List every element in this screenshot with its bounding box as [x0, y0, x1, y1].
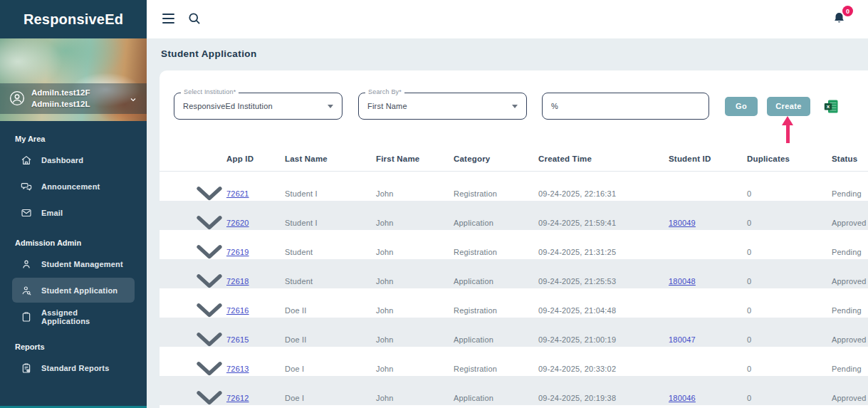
cell-last-name: Doe II — [285, 335, 376, 344]
sidebar-item-standard-reports[interactable]: Standard Reports — [12, 355, 135, 380]
content-area: Select Institution* ResponsiveEd Institu… — [147, 69, 868, 408]
cell-student-id: 180046 — [669, 394, 747, 402]
section-label-reports: Reports — [15, 342, 147, 351]
user-profile-dropdown[interactable]: Admiln.test12F Admiin.test12L — [0, 83, 147, 114]
user-name: Admiln.test12F Admiin.test12L — [31, 87, 122, 110]
cell-last-name: Student — [285, 248, 376, 256]
cell-first-name: John — [376, 394, 454, 402]
cell-last-name: Student I — [285, 219, 376, 227]
filter-form: Select Institution* ResponsiveEd Institu… — [174, 93, 868, 120]
go-button[interactable]: Go — [725, 97, 758, 116]
cell-first-name: John — [376, 248, 454, 256]
column-header: Last Name — [285, 155, 376, 163]
column-header: Duplicates — [747, 155, 832, 163]
chevron-down-icon — [328, 105, 333, 108]
sidebar-item-email[interactable]: Email — [12, 200, 135, 225]
status-badge: Pending — [832, 365, 868, 373]
search-icon[interactable] — [187, 11, 202, 26]
person-search-icon — [21, 285, 32, 296]
cell-created-time: 09-24-2025, 21:59:41 — [538, 219, 669, 227]
status-badge: Pending — [832, 306, 868, 315]
announcement-icon — [21, 181, 32, 192]
notifications-bell-icon[interactable]: 0 — [832, 11, 848, 28]
cell-category: Application — [454, 335, 538, 344]
student-id-link[interactable]: 180047 — [669, 335, 696, 344]
table-row: 72616Doe IIJohnRegistration09-24-2025, 2… — [160, 288, 868, 318]
cell-created-time: 09-24-2025, 21:04:48 — [538, 306, 669, 315]
status-badge: Pending — [832, 248, 868, 256]
search-query-field — [542, 93, 709, 120]
section-label-my-area: My Area — [15, 135, 147, 143]
create-button[interactable]: Create — [767, 97, 810, 116]
sidebar: ResponsiveEd Admiln.test12F Admiin.test1… — [0, 0, 147, 408]
cell-duplicates: 0 — [747, 365, 832, 373]
table-row: 72618StudentJohnApplication09-24-2025, 2… — [160, 259, 868, 288]
column-header: Student ID — [669, 155, 747, 163]
sidebar-item-dashboard[interactable]: Dashboard — [12, 147, 135, 172]
cell-duplicates: 0 — [747, 189, 832, 198]
app-id-link[interactable]: 72620 — [226, 219, 249, 227]
cell-first-name: John — [376, 306, 454, 315]
app-id-link[interactable]: 72612 — [226, 394, 249, 402]
table-row: 72621Student IJohnRegistration09-24-2025… — [160, 172, 868, 201]
table-row: 72620Student IJohnApplication09-24-2025,… — [160, 201, 868, 230]
cell-first-name: John — [376, 219, 454, 227]
student-id-link[interactable]: 180048 — [669, 277, 696, 286]
app-id-link[interactable]: 72621 — [226, 189, 249, 198]
column-header: First Name — [376, 155, 454, 163]
excel-export-icon[interactable]: x — [824, 99, 839, 114]
app-id-link[interactable]: 72618 — [226, 277, 249, 286]
column-header: Created Time — [538, 155, 669, 163]
cell-category: Application — [454, 394, 538, 402]
cell-duplicates: 0 — [747, 306, 832, 315]
cell-duplicates: 0 — [747, 277, 832, 286]
app-id-link[interactable]: 72616 — [226, 306, 249, 315]
cell-last-name: Student — [285, 277, 376, 286]
app-id-link[interactable]: 72613 — [226, 365, 249, 373]
cell-duplicates: 0 — [747, 219, 832, 227]
app-id-link[interactable]: 72619 — [226, 248, 249, 256]
search-by-select[interactable]: Search By* First Name — [358, 93, 527, 120]
sidebar-item-assigned-applications[interactable]: Assigned Applications — [12, 304, 135, 329]
table-row: 72612Doe IJohnApplication09-24-2025, 20:… — [160, 376, 868, 405]
cell-last-name: Doe II — [285, 306, 376, 315]
cell-duplicates: 0 — [747, 335, 832, 344]
brand-logo: ResponsiveEd — [0, 0, 147, 38]
sidebar-item-student-application[interactable]: Student Application — [12, 278, 135, 303]
table-header-row: App IDLast NameFirst NameCategoryCreated… — [160, 146, 868, 172]
cell-created-time: 09-24-2025, 20:19:38 — [538, 394, 669, 402]
column-header: Status — [832, 155, 868, 163]
cell-created-time: 09-24-2025, 22:16:31 — [538, 189, 669, 198]
clipboard-icon — [21, 311, 32, 323]
cell-student-id: 180048 — [669, 277, 747, 286]
table-row: 72615Doe IIJohnApplication09-24-2025, 21… — [160, 318, 868, 347]
hamburger-menu-icon[interactable] — [162, 14, 174, 23]
search-by-select-value: First Name — [367, 102, 407, 110]
search-query-input[interactable] — [551, 102, 700, 110]
sidebar-item-announcement[interactable]: Announcement — [12, 174, 135, 199]
cell-last-name: Doe I — [285, 365, 376, 373]
home-icon — [21, 155, 32, 166]
cell-duplicates: 0 — [747, 248, 832, 256]
status-badge: Approved — [832, 335, 868, 344]
app-id-link[interactable]: 72615 — [226, 335, 249, 344]
institution-select[interactable]: Select Institution* ResponsiveEd Institu… — [174, 93, 343, 120]
chevron-down-icon — [512, 105, 518, 108]
chevron-down-icon — [129, 94, 137, 103]
status-badge: Approved — [832, 277, 868, 286]
student-id-link[interactable]: 180046 — [669, 394, 696, 402]
cell-last-name: Doe I — [285, 394, 376, 402]
cell-category: Application — [454, 277, 538, 286]
cell-student-id: 180047 — [669, 335, 747, 344]
student-id-link[interactable]: 180049 — [669, 219, 696, 227]
cell-category: Registration — [454, 248, 538, 256]
column-header: Category — [454, 155, 538, 163]
email-icon — [21, 207, 32, 219]
content-card: Select Institution* ResponsiveEd Institu… — [160, 70, 868, 408]
profile-photo-banner: Admiln.test12F Admiin.test12L — [0, 38, 147, 121]
cell-category: Registration — [454, 306, 538, 315]
notification-count-badge: 0 — [842, 6, 853, 16]
institution-select-value: ResponsiveEd Institution — [183, 102, 273, 110]
sidebar-item-student-management[interactable]: Student Management — [12, 251, 135, 276]
cell-last-name: Student I — [285, 189, 376, 198]
